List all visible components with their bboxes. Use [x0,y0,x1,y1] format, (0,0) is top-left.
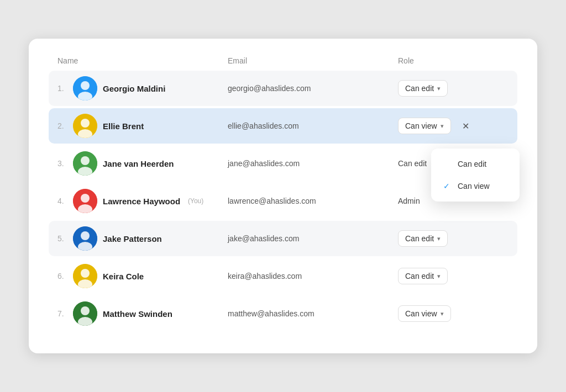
role-cell-1[interactable]: Can edit ▾ [398,80,509,97]
name-cell-5: 5. Jake Patterson [57,226,228,251]
role-dropdown-7[interactable]: Can view ▾ [398,305,451,322]
role-label-2: Can view [405,121,437,130]
header-name: Name [57,56,228,65]
table-row-5[interactable]: 5. Jake Patterson jake@ahaslides.comCan … [49,221,517,256]
row-number-7: 7. [57,309,67,318]
name-cell-2: 2. Ellie Brent [57,114,228,138]
email-cell-6: keira@ahaslides.com [228,272,398,280]
you-badge-4: (You) [188,197,203,205]
check-icon: ✓ [443,182,452,190]
name-text-1: Georgio Maldini [103,84,165,93]
rows-container: 1. Georgio Maldini georgio@ahaslides.com… [49,71,517,331]
name-cell-4: 4. Lawrence Haywood (You) [57,189,228,213]
svg-point-19 [81,306,90,315]
name-text-3: Jane van Heerden [103,159,174,168]
chevron-down-icon: ▾ [437,85,441,92]
name-cell-6: 6. Keira Cole [57,264,228,288]
email-cell-3: jane@ahaslides.com [228,159,398,168]
role-dropdown-1[interactable]: Can edit ▾ [398,80,448,97]
email-cell-1: georgio@ahaslides.com [228,84,398,93]
row-number-3: 3. [57,159,67,168]
dropdown-option-label-1: Can view [458,182,490,190]
role-dropdown-2[interactable]: Can view ▾ [398,118,451,134]
chevron-down-icon: ▾ [441,310,444,317]
role-dropdown-5[interactable]: Can edit ▾ [398,230,448,247]
avatar-6 [73,264,97,288]
svg-point-4 [81,119,90,128]
role-dropdown-6[interactable]: Can edit ▾ [398,268,448,284]
role-cell-6[interactable]: Can edit ▾ [398,268,509,284]
table-row-2[interactable]: 2. Ellie Brent ellie@ahaslides.comCan vi… [49,108,517,144]
role-label-7: Can view [405,309,437,318]
dropdown-menu-2: Can edit ✓ Can view [431,149,520,202]
role-cell-7[interactable]: Can view ▾ [398,305,509,322]
header-email: Email [228,56,398,65]
name-text-7: Matthew Swinden [103,309,172,319]
row-number-2: 2. [57,121,67,130]
table-row-6[interactable]: 6. Keira Cole keira@ahaslides.comCan edi… [49,258,517,294]
name-text-5: Jake Patterson [103,234,162,243]
dropdown-option-label-0: Can edit [458,160,486,168]
chevron-down-icon: ▾ [441,123,444,130]
avatar-5 [73,226,97,251]
role-text-3: Can edit [398,159,427,168]
role-text-4: Admin [398,197,420,205]
table-row-7[interactable]: 7. Matthew Swinden matthew@ahaslides.com… [49,296,517,331]
row-number-6: 6. [57,272,67,280]
table-row-1[interactable]: 1. Georgio Maldini georgio@ahaslides.com… [49,71,517,106]
row-number-1: 1. [57,84,67,93]
dropdown-option-1[interactable]: ✓ Can view [431,175,520,197]
user-table-card: Name Email Role 1. Georgio Maldini georg… [29,39,537,353]
close-button-2[interactable]: ✕ [459,119,473,133]
chevron-down-icon: ▾ [437,235,441,242]
role-cell-5[interactable]: Can edit ▾ [398,230,509,247]
avatar-2 [73,114,97,138]
svg-point-1 [81,81,90,90]
avatar-4 [73,189,97,213]
role-cell-2[interactable]: Can view ▾✕ Can edit ✓ Can view [398,118,509,134]
table-header: Name Email Role [49,56,517,71]
email-cell-7: matthew@ahaslides.com [228,309,398,318]
avatar-7 [73,301,97,326]
name-text-4: Lawrence Haywood [103,197,180,206]
name-cell-3: 3. Jane van Heerden [57,151,228,176]
avatar-3 [73,151,97,176]
name-text-6: Keira Cole [103,272,144,281]
email-cell-5: jake@ahaslides.com [228,234,398,243]
role-label-5: Can edit [405,234,434,243]
svg-point-13 [81,231,90,240]
avatar-1 [73,76,97,100]
role-label-1: Can edit [405,84,434,93]
header-role: Role [398,56,509,65]
row-number-4: 4. [57,197,67,205]
chevron-down-icon: ▾ [437,273,441,280]
name-text-2: Ellie Brent [103,121,144,131]
name-cell-7: 7. Matthew Swinden [57,301,228,326]
svg-point-10 [81,194,90,203]
name-cell-1: 1. Georgio Maldini [57,76,228,100]
svg-point-7 [81,156,90,165]
email-cell-2: ellie@ahaslides.com [228,121,398,130]
email-cell-4: lawrence@ahaslides.com [228,197,398,205]
dropdown-option-0[interactable]: Can edit [431,153,520,175]
row-number-5: 5. [57,234,67,243]
svg-point-16 [81,269,90,278]
role-label-6: Can edit [405,272,434,280]
